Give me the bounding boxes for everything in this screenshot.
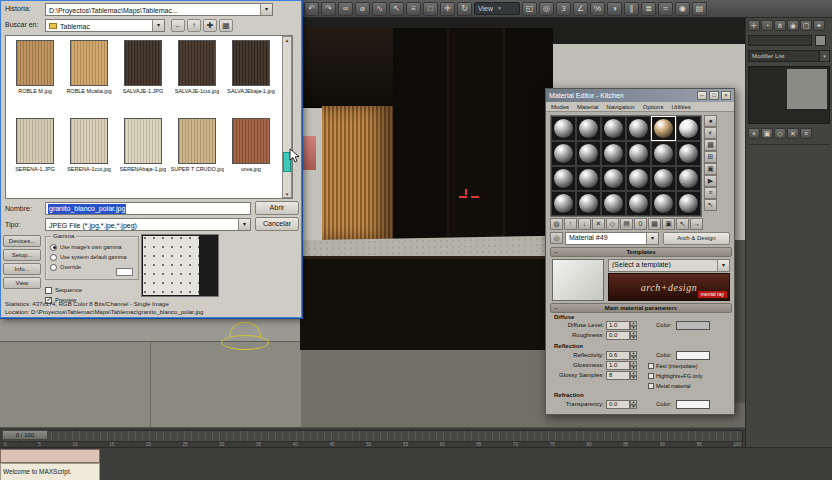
snaps-toggle-icon[interactable]: 3 — [556, 2, 571, 16]
templates-rollout-header[interactable]: − Templates — [550, 247, 732, 257]
up-one-level-icon[interactable]: ↑ — [187, 19, 201, 32]
material-sample-slot[interactable] — [551, 166, 576, 191]
glossiness-spinner[interactable]: 1.0 — [606, 361, 637, 370]
utilities-tab-icon[interactable]: ✦ — [813, 20, 825, 31]
material-sample-slot[interactable] — [651, 166, 676, 191]
material-sample-slot[interactable] — [651, 191, 676, 216]
open-button[interactable]: Abrir — [255, 201, 299, 215]
reflection-option-checkbox[interactable]: Highlights+FG only — [648, 371, 703, 381]
file-type-dropdown[interactable]: JPEG File (*.jpg,*.jpe,*.jpeg) — [45, 218, 251, 231]
reference-coordinate-dropdown[interactable]: View ▼ — [474, 2, 520, 15]
redo-icon[interactable]: ↷ — [321, 2, 336, 16]
reflection-color-swatch[interactable] — [676, 351, 710, 360]
hierarchy-tab-icon[interactable]: ⋔ — [774, 20, 786, 31]
material-id-icon[interactable]: 0 — [634, 218, 647, 230]
get-material-icon[interactable]: ◍ — [550, 218, 563, 230]
material-sample-slot[interactable] — [601, 191, 626, 216]
glossy-samples-spinner[interactable]: 8 — [606, 371, 637, 380]
material-editor-menu-item[interactable]: Options — [643, 104, 664, 110]
template-select-dropdown[interactable]: (Select a template) — [608, 259, 730, 272]
time-ruler[interactable] — [2, 430, 743, 442]
sample-tiling-icon[interactable]: ⊞ — [704, 151, 717, 163]
material-sample-slot[interactable] — [576, 141, 601, 166]
pin-stack-icon[interactable]: ⌖ — [748, 128, 760, 139]
gamma-override-field[interactable] — [116, 268, 133, 276]
material-sample-slot[interactable] — [651, 141, 676, 166]
select-by-name-icon[interactable]: ≡ — [406, 2, 421, 16]
reflectivity-spinner[interactable]: 0.6 — [606, 351, 637, 360]
material-editor-menu-item[interactable]: Material — [577, 104, 598, 110]
close-button[interactable]: × — [721, 91, 731, 100]
view-button[interactable]: View — [3, 277, 41, 289]
pick-material-eyedropper-icon[interactable]: ◎ — [550, 232, 563, 244]
go-to-parent-icon[interactable]: ↖ — [676, 218, 689, 230]
assign-material-icon[interactable]: ↓ — [578, 218, 591, 230]
select-by-material-icon[interactable]: ↖ — [704, 199, 717, 211]
urea.jpg[interactable]: urea.jpg — [224, 118, 278, 196]
reflection-option-checkbox[interactable]: Metal material — [648, 381, 703, 391]
refraction-color-swatch[interactable] — [676, 400, 710, 409]
put-material-icon[interactable]: ↑ — [564, 218, 577, 230]
curve-editor-icon[interactable]: ≈ — [658, 2, 673, 16]
percent-snap-icon[interactable]: % — [590, 2, 605, 16]
material-sample-slot[interactable] — [676, 141, 701, 166]
material-sample-slot[interactable] — [576, 116, 601, 141]
new-folder-icon[interactable]: ✚ — [203, 19, 217, 32]
align-icon[interactable]: ∥ — [624, 2, 639, 16]
layer-manager-icon[interactable]: ≣ — [641, 2, 656, 16]
select-object-icon[interactable]: ↖ — [389, 2, 404, 16]
object-color-swatch[interactable] — [815, 35, 826, 46]
ROBLE M.jpg[interactable]: ROBLE M.jpg — [8, 40, 62, 118]
material-sample-slot[interactable] — [626, 141, 651, 166]
SERENA-1.JPG[interactable]: SERENA-1.JPG — [8, 118, 62, 196]
look-in-dropdown[interactable]: Tablemac — [45, 19, 165, 32]
minimize-button[interactable]: – — [697, 91, 707, 100]
material-sample-slot[interactable] — [626, 166, 651, 191]
select-and-scale-icon[interactable]: ◱ — [522, 2, 537, 16]
transparency-spinner[interactable]: 0.0 — [606, 400, 637, 409]
make-unique-icon[interactable]: ◇ — [606, 218, 619, 230]
cancel-button[interactable]: Cancelar — [255, 217, 299, 231]
select-and-move-icon[interactable]: ✛ — [440, 2, 455, 16]
material-type-button[interactable]: Arch & Design — [663, 232, 730, 245]
video-color-check-icon[interactable]: ▣ — [704, 163, 717, 175]
show-end-result-icon[interactable]: ▣ — [662, 218, 675, 230]
SERENA-1cut.jpg[interactable]: SERENA-1cut.jpg — [62, 118, 116, 196]
material-editor-menu-item[interactable]: Navigation — [606, 104, 634, 110]
maximize-button[interactable]: □ — [709, 91, 719, 100]
SALVAJE-1.JPG[interactable]: SALVAJE-1.JPG — [116, 40, 170, 118]
object-name-field[interactable] — [748, 35, 812, 46]
reflection-option-checkbox[interactable]: Fast (interpolate) — [648, 361, 703, 371]
material-sample-slot[interactable] — [676, 191, 701, 216]
sample-type-icon[interactable]: ● — [704, 115, 717, 127]
diffuse-level-spinner[interactable]: 1.0 — [606, 321, 637, 330]
configure-modifier-sets-icon[interactable]: ≡ — [800, 128, 812, 139]
background-icon[interactable]: ▩ — [704, 139, 717, 151]
view-menu-icon[interactable]: ▦ — [219, 19, 233, 32]
material-sample-slot[interactable] — [576, 191, 601, 216]
material-sample-slot[interactable] — [601, 116, 626, 141]
modifier-stack[interactable] — [748, 66, 830, 124]
material-sample-slot[interactable] — [601, 166, 626, 191]
use-center-icon[interactable]: ◎ — [539, 2, 554, 16]
select-and-link-icon[interactable]: ∞ — [338, 2, 353, 16]
SALVAJE-1cut.jpg[interactable]: SALVAJE-1cut.jpg — [170, 40, 224, 118]
devices-button[interactable]: Devices... — [3, 235, 41, 247]
remove-modifier-icon[interactable]: ✕ — [787, 128, 799, 139]
material-sample-slot[interactable] — [676, 116, 701, 141]
make-unique-stack-icon[interactable]: ◇ — [774, 128, 786, 139]
display-tab-icon[interactable]: ▢ — [800, 20, 812, 31]
SERENAbaja-1.jpg[interactable]: SERENAbaja-1.jpg — [116, 118, 170, 196]
go-forward-icon[interactable]: → — [690, 218, 703, 230]
material-editor-menu-item[interactable]: Modes — [551, 104, 569, 110]
setup-button[interactable]: Setup... — [3, 249, 41, 261]
gamma-radio[interactable]: Use system default gamma — [50, 252, 127, 262]
options-icon[interactable]: ≡ — [704, 187, 717, 199]
dialog-option-checkbox[interactable]: Sequence — [45, 285, 82, 295]
info-button[interactable]: Info... — [3, 263, 41, 275]
material-sample-slot[interactable] — [676, 166, 701, 191]
material-name-dropdown[interactable]: Material #49 — [565, 232, 659, 245]
maxscript-mini-listener-output[interactable]: Welcome to MAXScript. — [0, 463, 100, 480]
maxscript-mini-listener-input[interactable] — [0, 449, 100, 463]
material-sample-slot[interactable] — [551, 141, 576, 166]
